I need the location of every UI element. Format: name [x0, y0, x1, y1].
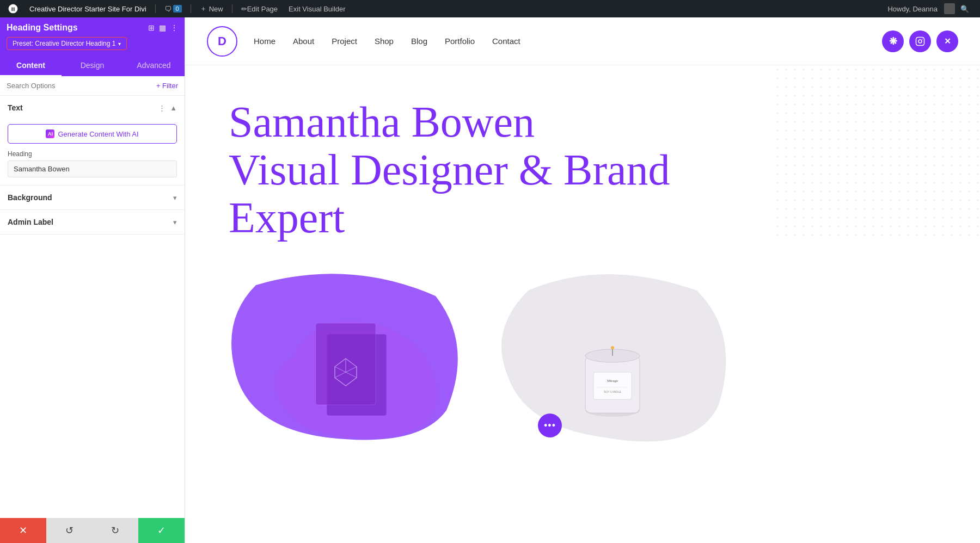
preset-chevron-icon: ▾ [118, 41, 121, 47]
admin-bar-new[interactable]: ＋ New [194, 0, 229, 17]
cancel-button[interactable]: ✕ [0, 518, 46, 543]
nav-about[interactable]: About [293, 36, 314, 46]
admin-label-section-header[interactable]: Admin Label ▾ [0, 210, 185, 234]
text-section-content: AI Generate Content With AI Heading [0, 120, 185, 185]
site-logo[interactable]: D [207, 26, 237, 57]
ai-generate-button[interactable]: AI Generate Content With AI [8, 124, 177, 144]
svg-rect-0 [916, 37, 924, 45]
admin-label-section-title: Admin Label [8, 218, 53, 226]
preset-label: Preset: Creative Director Heading 1 [13, 40, 115, 47]
admin-bar-comments[interactable]: 🗨 0 [159, 0, 187, 17]
svg-point-2 [922, 39, 923, 40]
sidebar-tabs: Content Design Advanced [0, 55, 185, 76]
sidebar-header: Heading Settings ⊞ ▦ ⋮ [0, 17, 185, 37]
admin-bar-howdy: Howdy, Deanna [883, 5, 942, 13]
svg-text:Mirage: Mirage [607, 379, 618, 383]
admin-avatar [944, 3, 955, 14]
admin-bar-search[interactable]: 🔍 [955, 0, 975, 17]
portfolio-images-area: Mirage SOY CANDLE ••• [185, 252, 980, 443]
white-blob-svg: Mirage SOY CANDLE [495, 269, 730, 443]
hero-text-area: Samantha Bowen Visual Designer & Brand E… [185, 65, 980, 242]
admin-label-section-expand-icon[interactable]: ▾ [173, 218, 177, 226]
admin-label-section: Admin Label ▾ [0, 210, 185, 235]
nav-home[interactable]: Home [254, 36, 275, 46]
admin-bar-site-name[interactable]: Creative Director Starter Site For Divi [24, 0, 152, 17]
filter-button[interactable]: + Filter [156, 82, 178, 90]
save-button[interactable]: ✓ [138, 518, 185, 543]
sidebar-bottom-bar: ✕ ↺ ↻ ✓ [0, 518, 185, 543]
tab-content[interactable]: Content [0, 55, 62, 76]
dribbble-icon[interactable]: ❋ [882, 30, 904, 52]
main-canvas: D Home About Project Shop Blog Portfolio… [185, 17, 980, 543]
instagram-icon[interactable] [909, 30, 931, 52]
ai-icon: AI [46, 129, 54, 138]
undo-button[interactable]: ↺ [46, 518, 93, 543]
wp-admin-bar: Creative Director Starter Site For Divi … [0, 0, 980, 17]
text-section-collapse-icon[interactable]: ▲ [170, 104, 177, 112]
heading-field-label: Heading [8, 150, 177, 158]
nav-contact[interactable]: Contact [492, 36, 520, 46]
svg-point-1 [918, 40, 922, 43]
admin-bar-exit-builder[interactable]: Exit Visual Builder [283, 0, 351, 17]
text-section: Text ⋮ ▲ AI Generate Content With AI Hea… [0, 96, 185, 186]
svg-text:SOY CANDLE: SOY CANDLE [604, 390, 622, 393]
nav-portfolio[interactable]: Portfolio [445, 36, 475, 46]
redo-button[interactable]: ↻ [93, 518, 139, 543]
panel-menu-icon[interactable]: ⋮ [170, 23, 178, 32]
search-input[interactable] [7, 82, 152, 90]
tab-design[interactable]: Design [62, 55, 123, 76]
background-section: Background ▾ [0, 186, 185, 210]
nav-project[interactable]: Project [332, 36, 357, 46]
twitter-x-icon[interactable]: ✕ [936, 30, 958, 52]
site-header: D Home About Project Shop Blog Portfolio… [185, 17, 980, 65]
social-icons: ❋ ✕ [882, 30, 958, 52]
nav-blog[interactable]: Blog [411, 36, 427, 46]
text-section-options-icon[interactable]: ⋮ [158, 104, 166, 112]
text-section-title: Text [8, 103, 23, 112]
product-image-left [229, 269, 463, 443]
admin-bar-edit-page[interactable]: ✏ Edit Page [236, 0, 283, 17]
preset-bar: Preset: Creative Director Heading 1 ▾ [0, 37, 185, 55]
svg-point-19 [611, 346, 614, 349]
text-section-header[interactable]: Text ⋮ ▲ [0, 96, 185, 120]
nav-shop[interactable]: Shop [375, 36, 394, 46]
panel-title: Heading Settings [7, 23, 78, 33]
panel-layout-icon[interactable]: ▦ [159, 23, 166, 32]
background-section-title: Background [8, 193, 52, 202]
search-bar: + Filter [0, 76, 185, 96]
hero-section: Samantha Bowen Visual Designer & Brand E… [185, 65, 980, 543]
hero-heading: Samantha Bowen Visual Designer & Brand E… [229, 98, 691, 242]
product-image-right: Mirage SOY CANDLE [495, 269, 730, 443]
background-section-header[interactable]: Background ▾ [0, 186, 185, 209]
site-nav: Home About Project Shop Blog Portfolio C… [254, 36, 882, 46]
heading-input[interactable] [8, 161, 177, 177]
panel-maximize-icon[interactable]: ⊞ [148, 23, 155, 32]
background-section-expand-icon[interactable]: ▾ [173, 194, 177, 202]
preset-dropdown-button[interactable]: Preset: Creative Director Heading 1 ▾ [7, 37, 127, 50]
purple-blob-svg [229, 269, 463, 443]
floating-dots-button[interactable]: ••• [538, 414, 562, 437]
wp-logo-icon[interactable] [5, 1, 21, 16]
heading-settings-panel: Heading Settings ⊞ ▦ ⋮ Preset: Creative … [0, 17, 185, 543]
svg-rect-14 [593, 372, 632, 399]
tab-advanced[interactable]: Advanced [123, 55, 185, 76]
